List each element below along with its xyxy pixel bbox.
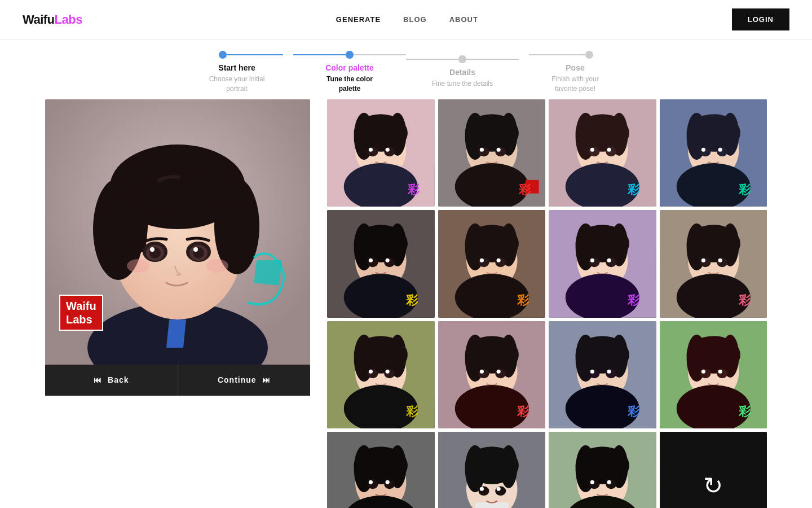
- grid-item-5[interactable]: 彩: [327, 210, 435, 318]
- svg-text:彩: 彩: [738, 404, 751, 418]
- svg-point-35: [495, 147, 506, 156]
- step-sublabel-pose: Finish with your favorite pose!: [541, 75, 609, 94]
- svg-text:彩: 彩: [405, 294, 418, 307]
- svg-point-171: [496, 487, 500, 491]
- svg-point-36: [479, 147, 483, 151]
- svg-point-11: [150, 247, 155, 252]
- svg-point-69: [384, 258, 395, 268]
- svg-point-166: [465, 445, 485, 492]
- logo[interactable]: WaifuLabs: [23, 12, 82, 27]
- step-dot-start: [219, 51, 227, 59]
- step-label-pose: Pose: [566, 63, 584, 72]
- svg-point-126: [496, 369, 500, 373]
- svg-point-115: [386, 369, 390, 373]
- grid-item-2[interactable]: 彩: [438, 99, 546, 207]
- svg-text:彩: 彩: [518, 182, 531, 196]
- portrait-panel: Waifu Labs ⏮ Back Continue ⏭: [45, 99, 310, 508]
- grid-item-15[interactable]: 彩: [549, 432, 656, 508]
- continue-button[interactable]: Continue ⏭: [178, 365, 311, 396]
- line-2: [293, 54, 346, 55]
- svg-point-148: [718, 369, 722, 373]
- svg-point-48: [590, 147, 594, 151]
- grid-item-7[interactable]: 彩: [549, 210, 656, 318]
- back-button[interactable]: ⏮ Back: [45, 365, 178, 396]
- svg-point-180: [590, 480, 594, 484]
- svg-point-159: [386, 480, 390, 484]
- grid-item-13[interactable]: 彩: [327, 432, 435, 508]
- grid-item-10[interactable]: 彩: [438, 321, 546, 429]
- step-dot-details: [458, 55, 466, 63]
- step-dot-pose: [585, 51, 593, 59]
- svg-point-59: [701, 147, 705, 151]
- line-1: [227, 54, 283, 55]
- svg-point-46: [589, 147, 599, 156]
- line-4: [406, 59, 458, 60]
- grid-item-4[interactable]: 彩: [660, 99, 767, 207]
- back-icon: ⏮: [94, 375, 102, 384]
- grid-item-3[interactable]: 彩: [549, 99, 656, 207]
- stepper: Start here Choose your initial portrait …: [0, 40, 812, 94]
- nav-about[interactable]: ABOUT: [449, 15, 478, 24]
- svg-text:彩: 彩: [517, 404, 529, 418]
- grid-panel: 彩 彩: [327, 99, 767, 508]
- svg-point-79: [478, 258, 489, 268]
- header: WaifuLabs GENERATE BLOG ABOUT LOGIN: [0, 0, 812, 40]
- portrait-grid: 彩 彩: [327, 99, 767, 508]
- svg-point-81: [479, 259, 483, 262]
- nav-blog[interactable]: BLOG: [403, 15, 427, 24]
- svg-point-70: [369, 259, 373, 262]
- step-sublabel-details: Fine tune the details: [432, 79, 493, 89]
- grid-item-8[interactable]: 彩: [660, 210, 767, 318]
- svg-point-16: [127, 259, 149, 273]
- continue-label: Continue: [218, 375, 257, 384]
- grid-item-14[interactable]: 彩: [438, 432, 546, 508]
- regen-icon: ↻: [703, 472, 723, 500]
- svg-point-60: [718, 147, 722, 151]
- svg-point-114: [369, 369, 373, 373]
- back-label: Back: [108, 375, 129, 384]
- svg-point-169: [495, 487, 506, 496]
- step-start: Start here Choose your initial portrait: [180, 51, 293, 94]
- selected-portrait: Waifu Labs: [45, 99, 310, 365]
- svg-point-15: [193, 247, 198, 252]
- svg-point-156: [367, 480, 378, 489]
- svg-point-37: [496, 147, 500, 151]
- svg-point-170: [479, 487, 483, 491]
- step-sublabel-color: Tune the color palette: [316, 75, 383, 94]
- svg-point-71: [386, 259, 390, 262]
- step-label-details: Details: [449, 68, 475, 77]
- svg-text:彩: 彩: [517, 294, 529, 307]
- grid-item-11[interactable]: 彩: [549, 321, 656, 429]
- login-button[interactable]: LOGIN: [732, 8, 789, 30]
- svg-point-113: [384, 369, 395, 378]
- svg-point-101: [700, 258, 710, 268]
- svg-point-34: [478, 147, 489, 156]
- continue-icon: ⏭: [262, 375, 271, 384]
- watermark-line2: Labs: [66, 313, 96, 326]
- svg-point-23: [367, 147, 378, 156]
- svg-text:彩: 彩: [405, 404, 418, 418]
- grid-item-1[interactable]: 彩: [327, 99, 435, 207]
- svg-text:彩: 彩: [738, 182, 751, 196]
- svg-point-17: [206, 259, 228, 273]
- svg-text:彩: 彩: [738, 294, 751, 307]
- grid-item-6[interactable]: 彩: [438, 210, 546, 318]
- svg-point-68: [367, 258, 378, 268]
- svg-point-147: [701, 369, 705, 373]
- svg-point-58: [717, 147, 727, 156]
- svg-point-82: [496, 259, 500, 262]
- svg-point-80: [495, 258, 506, 268]
- grid-item-9[interactable]: 彩: [327, 321, 435, 429]
- nav-generate[interactable]: GENERATE: [336, 15, 381, 24]
- line-5: [466, 59, 519, 60]
- regenerate-button[interactable]: ↻: [660, 432, 767, 508]
- step-label-start: Start here: [218, 63, 255, 72]
- step-label-color: Color palette: [325, 63, 374, 72]
- step-dot-color: [346, 51, 353, 59]
- svg-point-136: [590, 369, 594, 373]
- grid-item-12[interactable]: 彩: [660, 321, 767, 429]
- svg-point-124: [495, 369, 506, 378]
- svg-point-178: [589, 480, 599, 489]
- portrait-navigation: ⏮ Back Continue ⏭: [45, 365, 310, 396]
- watermark-line1: Waifu: [66, 299, 96, 313]
